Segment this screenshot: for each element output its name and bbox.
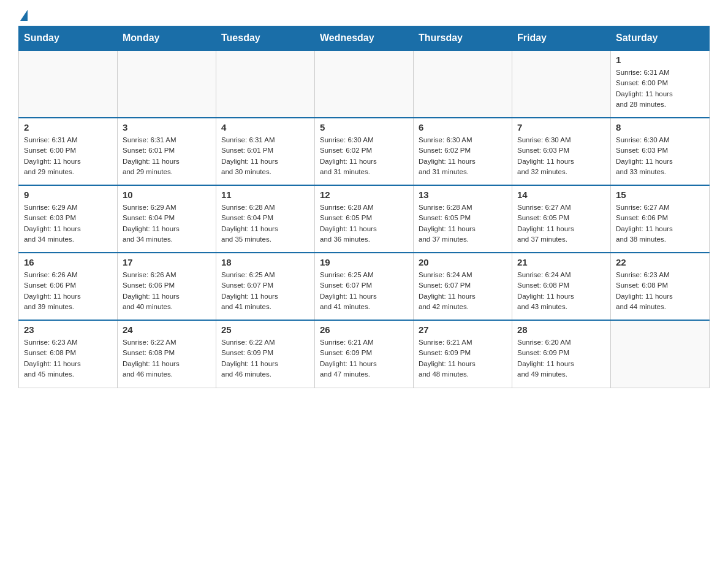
- calendar-cell: 9Sunrise: 6:29 AM Sunset: 6:03 PM Daylig…: [19, 185, 118, 253]
- day-number: 11: [221, 190, 309, 200]
- calendar-cell: [216, 50, 315, 118]
- calendar-cell: 15Sunrise: 6:27 AM Sunset: 6:06 PM Dayli…: [611, 185, 710, 253]
- calendar-cell: 22Sunrise: 6:23 AM Sunset: 6:08 PM Dayli…: [611, 253, 710, 320]
- day-number: 25: [221, 324, 309, 335]
- logo-triangle-icon: [20, 10, 28, 21]
- calendar-cell: 3Sunrise: 6:31 AM Sunset: 6:01 PM Daylig…: [118, 118, 216, 185]
- day-number: 17: [123, 257, 211, 267]
- day-number: 10: [123, 190, 211, 200]
- calendar-cell: 19Sunrise: 6:25 AM Sunset: 6:07 PM Dayli…: [315, 253, 414, 320]
- day-info: Sunrise: 6:20 AM Sunset: 6:09 PM Dayligh…: [517, 337, 605, 380]
- day-number: 27: [419, 324, 507, 335]
- day-info: Sunrise: 6:26 AM Sunset: 6:06 PM Dayligh…: [24, 270, 112, 312]
- day-info: Sunrise: 6:28 AM Sunset: 6:05 PM Dayligh…: [419, 202, 507, 245]
- day-number: 4: [221, 122, 309, 132]
- weekday-header-saturday: Saturday: [611, 26, 710, 51]
- calendar-cell: 21Sunrise: 6:24 AM Sunset: 6:08 PM Dayli…: [512, 253, 611, 320]
- calendar-cell: 2Sunrise: 6:31 AM Sunset: 6:00 PM Daylig…: [19, 118, 118, 185]
- calendar-cell: 1Sunrise: 6:31 AM Sunset: 6:00 PM Daylig…: [611, 50, 710, 118]
- day-info: Sunrise: 6:22 AM Sunset: 6:08 PM Dayligh…: [123, 337, 211, 380]
- day-info: Sunrise: 6:29 AM Sunset: 6:04 PM Dayligh…: [123, 202, 211, 245]
- day-number: 12: [320, 190, 408, 200]
- day-number: 18: [221, 257, 309, 267]
- calendar-week-row: 9Sunrise: 6:29 AM Sunset: 6:03 PM Daylig…: [19, 185, 710, 253]
- calendar-cell: 20Sunrise: 6:24 AM Sunset: 6:07 PM Dayli…: [414, 253, 512, 320]
- calendar-cell: 23Sunrise: 6:23 AM Sunset: 6:08 PM Dayli…: [19, 320, 118, 388]
- day-number: 20: [419, 257, 507, 267]
- calendar-cell: [512, 50, 611, 118]
- day-number: 14: [517, 190, 605, 200]
- weekday-header-wednesday: Wednesday: [315, 26, 414, 51]
- calendar-week-row: 16Sunrise: 6:26 AM Sunset: 6:06 PM Dayli…: [19, 253, 710, 320]
- day-number: 2: [24, 122, 112, 132]
- weekday-header-friday: Friday: [512, 26, 611, 51]
- day-info: Sunrise: 6:25 AM Sunset: 6:07 PM Dayligh…: [320, 270, 408, 312]
- day-info: Sunrise: 6:27 AM Sunset: 6:05 PM Dayligh…: [517, 202, 605, 245]
- day-number: 16: [24, 257, 112, 267]
- calendar-cell: 12Sunrise: 6:28 AM Sunset: 6:05 PM Dayli…: [315, 185, 414, 253]
- calendar-cell: 8Sunrise: 6:30 AM Sunset: 6:03 PM Daylig…: [611, 118, 710, 185]
- calendar-cell: 13Sunrise: 6:28 AM Sunset: 6:05 PM Dayli…: [414, 185, 512, 253]
- calendar-cell: 24Sunrise: 6:22 AM Sunset: 6:08 PM Dayli…: [118, 320, 216, 388]
- calendar-cell: 25Sunrise: 6:22 AM Sunset: 6:09 PM Dayli…: [216, 320, 315, 388]
- day-number: 24: [123, 324, 211, 335]
- weekday-header-monday: Monday: [118, 26, 216, 51]
- calendar-week-row: 1Sunrise: 6:31 AM Sunset: 6:00 PM Daylig…: [19, 50, 710, 118]
- weekday-header-row: SundayMondayTuesdayWednesdayThursdayFrid…: [19, 26, 710, 51]
- calendar-cell: 17Sunrise: 6:26 AM Sunset: 6:06 PM Dayli…: [118, 253, 216, 320]
- weekday-header-sunday: Sunday: [19, 26, 118, 51]
- day-info: Sunrise: 6:23 AM Sunset: 6:08 PM Dayligh…: [24, 337, 112, 380]
- day-info: Sunrise: 6:24 AM Sunset: 6:08 PM Dayligh…: [517, 270, 605, 312]
- day-number: 26: [320, 324, 408, 335]
- day-number: 19: [320, 257, 408, 267]
- calendar-cell: [19, 50, 118, 118]
- day-info: Sunrise: 6:30 AM Sunset: 6:02 PM Dayligh…: [419, 135, 507, 177]
- calendar-cell: 28Sunrise: 6:20 AM Sunset: 6:09 PM Dayli…: [512, 320, 611, 388]
- day-info: Sunrise: 6:31 AM Sunset: 6:01 PM Dayligh…: [123, 135, 211, 177]
- calendar-week-row: 2Sunrise: 6:31 AM Sunset: 6:00 PM Daylig…: [19, 118, 710, 185]
- day-info: Sunrise: 6:30 AM Sunset: 6:03 PM Dayligh…: [616, 135, 704, 177]
- day-info: Sunrise: 6:27 AM Sunset: 6:06 PM Dayligh…: [616, 202, 704, 245]
- calendar-cell: 16Sunrise: 6:26 AM Sunset: 6:06 PM Dayli…: [19, 253, 118, 320]
- calendar-cell: 14Sunrise: 6:27 AM Sunset: 6:05 PM Dayli…: [512, 185, 611, 253]
- day-info: Sunrise: 6:30 AM Sunset: 6:02 PM Dayligh…: [320, 135, 408, 177]
- day-number: 28: [517, 324, 605, 335]
- weekday-header-thursday: Thursday: [414, 26, 512, 51]
- day-number: 13: [419, 190, 507, 200]
- day-number: 1: [616, 55, 704, 65]
- page-header: [18, 12, 710, 20]
- calendar-cell: 27Sunrise: 6:21 AM Sunset: 6:09 PM Dayli…: [414, 320, 512, 388]
- day-info: Sunrise: 6:25 AM Sunset: 6:07 PM Dayligh…: [221, 270, 309, 312]
- day-info: Sunrise: 6:23 AM Sunset: 6:08 PM Dayligh…: [616, 270, 704, 312]
- calendar-cell: [414, 50, 512, 118]
- calendar-cell: [315, 50, 414, 118]
- calendar-cell: 4Sunrise: 6:31 AM Sunset: 6:01 PM Daylig…: [216, 118, 315, 185]
- calendar-cell: 26Sunrise: 6:21 AM Sunset: 6:09 PM Dayli…: [315, 320, 414, 388]
- day-info: Sunrise: 6:22 AM Sunset: 6:09 PM Dayligh…: [221, 337, 309, 380]
- day-info: Sunrise: 6:21 AM Sunset: 6:09 PM Dayligh…: [419, 337, 507, 380]
- day-info: Sunrise: 6:26 AM Sunset: 6:06 PM Dayligh…: [123, 270, 211, 312]
- day-info: Sunrise: 6:24 AM Sunset: 6:07 PM Dayligh…: [419, 270, 507, 312]
- calendar-week-row: 23Sunrise: 6:23 AM Sunset: 6:08 PM Dayli…: [19, 320, 710, 388]
- day-number: 22: [616, 257, 704, 267]
- day-number: 3: [123, 122, 211, 132]
- calendar-cell: 18Sunrise: 6:25 AM Sunset: 6:07 PM Dayli…: [216, 253, 315, 320]
- calendar-cell: [611, 320, 710, 388]
- day-info: Sunrise: 6:31 AM Sunset: 6:00 PM Dayligh…: [616, 67, 704, 110]
- day-number: 23: [24, 324, 112, 335]
- day-info: Sunrise: 6:31 AM Sunset: 6:00 PM Dayligh…: [24, 135, 112, 177]
- day-info: Sunrise: 6:28 AM Sunset: 6:05 PM Dayligh…: [320, 202, 408, 245]
- day-number: 7: [517, 122, 605, 132]
- day-number: 9: [24, 190, 112, 200]
- calendar-cell: [118, 50, 216, 118]
- day-info: Sunrise: 6:30 AM Sunset: 6:03 PM Dayligh…: [517, 135, 605, 177]
- calendar-cell: 5Sunrise: 6:30 AM Sunset: 6:02 PM Daylig…: [315, 118, 414, 185]
- day-number: 8: [616, 122, 704, 132]
- day-info: Sunrise: 6:28 AM Sunset: 6:04 PM Dayligh…: [221, 202, 309, 245]
- day-info: Sunrise: 6:31 AM Sunset: 6:01 PM Dayligh…: [221, 135, 309, 177]
- calendar-table: SundayMondayTuesdayWednesdayThursdayFrid…: [18, 26, 710, 388]
- logo: [18, 12, 28, 20]
- day-number: 15: [616, 190, 704, 200]
- day-info: Sunrise: 6:21 AM Sunset: 6:09 PM Dayligh…: [320, 337, 408, 380]
- calendar-cell: 10Sunrise: 6:29 AM Sunset: 6:04 PM Dayli…: [118, 185, 216, 253]
